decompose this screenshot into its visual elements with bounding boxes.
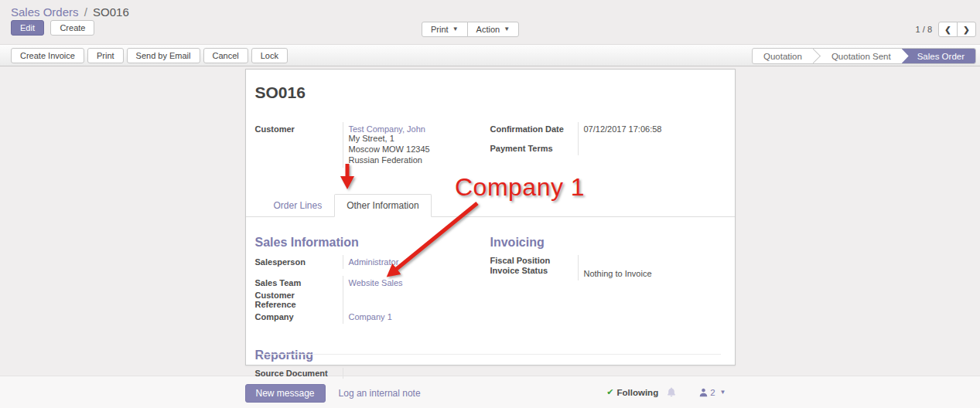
reporting-title: Reporting bbox=[255, 348, 726, 362]
chevron-right-icon: ❯ bbox=[963, 26, 969, 34]
sales-team-row bbox=[255, 269, 481, 276]
payment-terms-value bbox=[578, 136, 716, 155]
invoice-status-row: Invoice Status Nothing to Invoice bbox=[490, 266, 716, 280]
sales-information-title: Sales Information bbox=[255, 236, 490, 250]
fiscal-position-row: Fiscal Position bbox=[490, 255, 716, 266]
statusbar: Quotation Quotation Sent Sales Order bbox=[752, 48, 976, 64]
following-button[interactable]: Following bbox=[617, 388, 659, 397]
payment-terms-label: Payment Terms bbox=[490, 136, 578, 155]
pager-previous-button[interactable]: ❮ bbox=[938, 22, 958, 37]
top-field-groups: Customer Test Company, John My Street, 1… bbox=[255, 122, 726, 168]
customer-address-line: Moscow MOW 12345 bbox=[349, 144, 481, 155]
customer-reference-label: Customer Reference bbox=[255, 290, 343, 310]
send-by-email-button[interactable]: Send by Email bbox=[127, 48, 200, 63]
customer-address-line: Russian Federation bbox=[349, 155, 481, 166]
caret-down-icon: ▼ bbox=[504, 26, 510, 32]
log-internal-note-link[interactable]: Log an internal note bbox=[339, 388, 421, 399]
page: Sales Orders / SO016 Edit Create Print ▼… bbox=[0, 0, 980, 408]
sales-team-row: Sales Team Website Sales bbox=[255, 276, 481, 290]
bell-icon[interactable] bbox=[667, 387, 676, 397]
sales-team-link[interactable]: Website Sales bbox=[349, 278, 403, 287]
create-invoice-button[interactable]: Create Invoice bbox=[11, 48, 84, 63]
invoice-status-label: Invoice Status bbox=[490, 266, 578, 280]
fiscal-position-value bbox=[578, 255, 716, 266]
customer-link[interactable]: Test Company, John bbox=[349, 124, 425, 134]
breadcrumb-sales-orders[interactable]: Sales Orders bbox=[11, 5, 79, 19]
chatter: New message Log an internal note ✔ Follo… bbox=[0, 376, 980, 408]
confirmation-date-row: Confirmation Date 07/12/2017 17:06:58 bbox=[490, 122, 716, 136]
sheet-divider bbox=[260, 354, 721, 355]
cancel-button[interactable]: Cancel bbox=[203, 48, 248, 63]
check-icon: ✔ bbox=[606, 387, 613, 397]
followers-dropdown[interactable]: 2 ▼ bbox=[699, 388, 726, 397]
notebook-tabs: Order Lines Other Information bbox=[246, 194, 735, 217]
status-step-sales-order[interactable]: Sales Order bbox=[902, 49, 975, 63]
salesperson-row: Salesperson Administrator bbox=[255, 255, 481, 269]
invoice-status-value: Nothing to Invoice bbox=[578, 266, 716, 280]
statusbar-chevron-separator bbox=[813, 49, 821, 63]
company-link[interactable]: Company 1 bbox=[349, 312, 392, 321]
customer-field-row: Customer Test Company, John My Street, 1… bbox=[255, 122, 481, 168]
invoicing-title: Invoicing bbox=[490, 236, 726, 250]
pager: 1 / 8 ❮ ❯ bbox=[916, 22, 976, 37]
payment-terms-row: Payment Terms bbox=[490, 136, 716, 155]
print-dropdown-button[interactable]: Print ▼ bbox=[422, 22, 468, 37]
caret-down-icon: ▼ bbox=[720, 389, 726, 396]
new-message-button[interactable]: New message bbox=[245, 384, 326, 403]
confirmation-date-label: Confirmation Date bbox=[490, 122, 578, 136]
edit-button[interactable]: Edit bbox=[11, 20, 44, 36]
tab-other-information[interactable]: Other Information bbox=[334, 194, 431, 217]
customer-address-line: My Street, 1 bbox=[349, 134, 481, 144]
status-step-quotation[interactable]: Quotation bbox=[753, 49, 813, 63]
follower-count: 2 bbox=[710, 388, 715, 397]
breadcrumb: Sales Orders / SO016 bbox=[0, 0, 980, 20]
salesperson-label: Salesperson bbox=[255, 255, 343, 269]
control-buttons-row: Edit Create Print ▼ Action ▼ 1 / 8 ❮ ❯ bbox=[0, 20, 980, 44]
order-title: SO016 bbox=[255, 83, 726, 102]
breadcrumb-current: SO016 bbox=[93, 5, 129, 19]
caret-down-icon: ▼ bbox=[452, 26, 459, 32]
fiscal-position-label: Fiscal Position bbox=[490, 255, 578, 266]
main-area: SO016 Customer Test Company, John My Str… bbox=[0, 66, 980, 376]
customer-label: Customer bbox=[255, 122, 343, 168]
customer-reference-row: Customer Reference bbox=[255, 290, 481, 310]
customer-reference-value bbox=[343, 290, 481, 310]
sales-team-label: Sales Team bbox=[255, 276, 343, 290]
lock-button[interactable]: Lock bbox=[251, 48, 288, 63]
pager-next-button[interactable]: ❯ bbox=[957, 22, 976, 37]
tab-order-lines[interactable]: Order Lines bbox=[261, 194, 335, 217]
pager-value: 1 / 8 bbox=[916, 25, 932, 34]
print-dropdown-label: Print bbox=[431, 25, 449, 34]
print-action-group: Print ▼ Action ▼ bbox=[422, 22, 519, 37]
status-toolbar: Create Invoice Print Send by Email Cance… bbox=[0, 44, 980, 66]
action-dropdown-label: Action bbox=[476, 25, 500, 34]
create-button[interactable]: Create bbox=[50, 20, 94, 36]
salesperson-link[interactable]: Administrator bbox=[349, 257, 399, 267]
chevron-left-icon: ❮ bbox=[944, 26, 951, 34]
person-icon bbox=[699, 388, 708, 397]
company-row: Company Company 1 bbox=[255, 310, 481, 324]
print-button[interactable]: Print bbox=[87, 48, 124, 63]
company-label: Company bbox=[255, 310, 343, 324]
breadcrumb-separator: / bbox=[82, 5, 90, 19]
sales-order-sheet: SO016 Customer Test Company, John My Str… bbox=[245, 69, 736, 366]
sales-team-label bbox=[255, 269, 343, 276]
confirmation-date-value: 07/12/2017 17:06:58 bbox=[578, 122, 716, 136]
status-step-quotation-sent[interactable]: Quotation Sent bbox=[821, 49, 902, 63]
control-panel: Sales Orders / SO016 Edit Create Print ▼… bbox=[0, 0, 980, 44]
action-dropdown-button[interactable]: Action ▼ bbox=[467, 22, 520, 37]
